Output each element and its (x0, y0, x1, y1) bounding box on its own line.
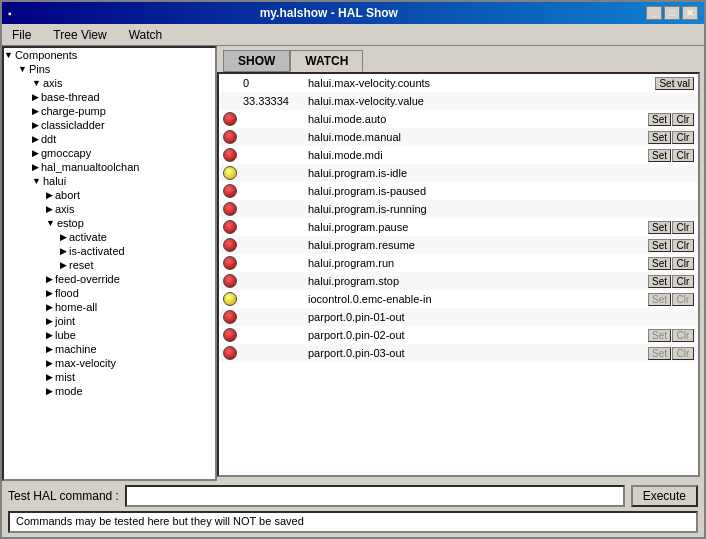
tree-item[interactable]: ▶ddt (4, 132, 215, 146)
set-button[interactable]: Set (648, 131, 671, 144)
tree-item[interactable]: ▼halui (4, 174, 215, 188)
clr-button[interactable]: Clr (672, 149, 694, 162)
watch-row: halui.program.stopSetClr (219, 272, 698, 290)
minimize-button[interactable]: _ (646, 6, 662, 20)
tree-item[interactable]: ▶charge-pump (4, 104, 215, 118)
watch-buttons: SetClr (648, 221, 694, 234)
watch-signal-name: halui.mode.manual (308, 131, 648, 143)
tree-expand-icon: ▶ (46, 372, 53, 382)
window-controls: _ □ ✕ (646, 6, 698, 20)
menu-treeview[interactable]: Tree View (47, 26, 112, 44)
watch-buttons: SetClr (648, 239, 694, 252)
tree-item-label: is-activated (69, 245, 125, 257)
set-button[interactable]: Set (648, 149, 671, 162)
title-bar: ▪ my.halshow - HAL Show _ □ ✕ (2, 2, 704, 24)
window-title: my.halshow - HAL Show (260, 6, 398, 20)
tree-item[interactable]: ▶lube (4, 328, 215, 342)
watch-signal-name: halui.program.run (308, 257, 648, 269)
command-row: Test HAL command : Execute (8, 485, 698, 507)
clr-button[interactable]: Clr (672, 239, 694, 252)
tree-expand-icon: ▶ (46, 190, 53, 200)
tree-item[interactable]: ▼Pins (4, 62, 215, 76)
watch-signal-name: halui.program.is-idle (308, 167, 694, 179)
set-button[interactable]: Set (648, 275, 671, 288)
watch-row: parport.0.pin-02-outSetClr (219, 326, 698, 344)
tree-item-label: activate (69, 231, 107, 243)
tree-expand-icon: ▶ (46, 358, 53, 368)
set-button[interactable]: Set (648, 221, 671, 234)
set-button[interactable]: Set (648, 239, 671, 252)
close-button[interactable]: ✕ (682, 6, 698, 20)
tree-item[interactable]: ▶activate (4, 230, 215, 244)
watch-row: halui.program.resumeSetClr (219, 236, 698, 254)
tree-item[interactable]: ▶joint (4, 314, 215, 328)
tree-expand-icon: ▶ (60, 246, 67, 256)
tree-item[interactable]: ▶mist (4, 370, 215, 384)
tree-item[interactable]: ▶is-activated (4, 244, 215, 258)
watch-signal-name: halui.program.is-running (308, 203, 694, 215)
watch-area[interactable]: 0halui.max-velocity.countsSet val33.3333… (217, 72, 700, 477)
tree-item[interactable]: ▶home-all (4, 300, 215, 314)
tree-item[interactable]: ▼Components (4, 48, 215, 62)
tree-item[interactable]: ▶axis (4, 202, 215, 216)
tree-item[interactable]: ▶reset (4, 258, 215, 272)
tree-item-label: axis (55, 203, 75, 215)
tree-item[interactable]: ▶gmoccapy (4, 146, 215, 160)
clr-button[interactable]: Clr (672, 131, 694, 144)
tab-watch[interactable]: WATCH (290, 50, 363, 72)
tree-item[interactable]: ▶feed-override (4, 272, 215, 286)
watch-signal-name: parport.0.pin-02-out (308, 329, 648, 341)
clr-button-disabled: Clr (672, 293, 694, 306)
tree-item[interactable]: ▶machine (4, 342, 215, 356)
menu-watch[interactable]: Watch (123, 26, 169, 44)
sidebar-scroll[interactable]: ▼Components▼Pins▼axis▶base-thread▶charge… (4, 48, 215, 479)
tree-expand-icon: ▼ (32, 176, 41, 186)
tree-item[interactable]: ▶abort (4, 188, 215, 202)
watch-signal-name: parport.0.pin-01-out (308, 311, 694, 323)
tree-item[interactable]: ▼axis (4, 76, 215, 90)
tree-item-label: Pins (29, 63, 50, 75)
status-led (223, 148, 237, 162)
set-button[interactable]: Set (648, 257, 671, 270)
tree-expand-icon: ▶ (32, 148, 39, 158)
watch-buttons: SetClr (648, 113, 694, 126)
clr-button[interactable]: Clr (672, 257, 694, 270)
tab-show[interactable]: SHOW (223, 50, 290, 72)
status-led (223, 256, 237, 270)
set-val-button[interactable]: Set val (655, 77, 694, 90)
watch-row: 0halui.max-velocity.countsSet val (219, 74, 698, 92)
tree-item[interactable]: ▶base-thread (4, 90, 215, 104)
tree-item-label: feed-override (55, 273, 120, 285)
tree-item[interactable]: ▼estop (4, 216, 215, 230)
cmd-input[interactable] (125, 485, 625, 507)
status-led (223, 202, 237, 216)
clr-button-disabled: Clr (672, 329, 694, 342)
watch-row: halui.program.is-idle (219, 164, 698, 182)
clr-button-disabled: Clr (672, 347, 694, 360)
watch-buttons: SetClr (648, 275, 694, 288)
tree-expand-icon: ▼ (32, 78, 41, 88)
watch-signal-name: halui.mode.mdi (308, 149, 648, 161)
clr-button[interactable]: Clr (672, 275, 694, 288)
maximize-button[interactable]: □ (664, 6, 680, 20)
set-button-disabled: Set (648, 293, 671, 306)
tree-item[interactable]: ▶flood (4, 286, 215, 300)
menu-file[interactable]: File (6, 26, 37, 44)
tree-item-label: abort (55, 189, 80, 201)
clr-button[interactable]: Clr (672, 221, 694, 234)
tree-item-label: home-all (55, 301, 97, 313)
set-button[interactable]: Set (648, 113, 671, 126)
tree-item[interactable]: ▶classicladder (4, 118, 215, 132)
clr-button[interactable]: Clr (672, 113, 694, 126)
tree-item[interactable]: ▶max-velocity (4, 356, 215, 370)
tree-item[interactable]: ▶hal_manualtoolchan (4, 160, 215, 174)
execute-button[interactable]: Execute (631, 485, 698, 507)
watch-signal-name: iocontrol.0.emc-enable-in (308, 293, 648, 305)
watch-row: parport.0.pin-03-outSetClr (219, 344, 698, 362)
watch-row: halui.mode.manualSetClr (219, 128, 698, 146)
watch-signal-name: halui.max-velocity.counts (308, 77, 655, 89)
watch-row: halui.program.pauseSetClr (219, 218, 698, 236)
watch-buttons: Set val (655, 77, 694, 90)
tree-item[interactable]: ▶mode (4, 384, 215, 398)
tree-expand-icon: ▶ (46, 344, 53, 354)
